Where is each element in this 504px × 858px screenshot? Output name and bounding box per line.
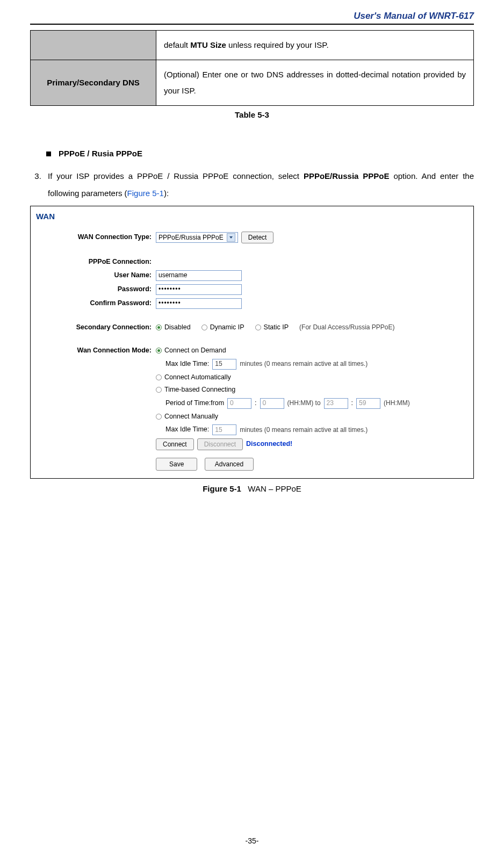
opt-manual: Connect Manually <box>164 412 218 422</box>
label-secondary: Secondary Connection: <box>36 323 156 333</box>
time-to-h[interactable]: 23 <box>324 398 348 409</box>
opt-on-demand: Connect on Demand <box>164 346 226 356</box>
time-from-h[interactable]: 0 <box>227 398 251 409</box>
time-to-m[interactable]: 59 <box>356 398 380 409</box>
detect-button[interactable]: Detect <box>241 232 274 243</box>
idle-label1: Max Idle Time: <box>165 359 209 369</box>
disconnect-button[interactable]: Disconnect <box>197 438 243 450</box>
label-confirm: Confirm Password: <box>36 299 156 308</box>
th-dns: Primary/Secondary DNS <box>31 60 156 106</box>
opt-time: Time-based Connecting <box>164 385 235 395</box>
th-mtu <box>31 31 156 60</box>
radio-static[interactable] <box>255 325 261 330</box>
figure-caption: Figure 5-1 WAN – PPPoE <box>30 484 474 493</box>
label-password: Password: <box>36 285 156 294</box>
radio-manual[interactable] <box>156 414 162 420</box>
td-bold: MTU Size <box>190 40 226 49</box>
conn-type-select[interactable]: PPPoE/Russia PPPoE <box>156 232 238 243</box>
bullet-icon <box>46 152 51 156</box>
idle-suffix2: minutes (0 means remain active at all ti… <box>240 426 368 435</box>
radio-time[interactable] <box>156 387 162 393</box>
chevron-down-icon <box>227 233 235 242</box>
wan-title: WAN <box>36 211 468 222</box>
idle-time-input-2[interactable]: 15 <box>212 424 236 435</box>
save-button[interactable]: Save <box>156 458 197 471</box>
period-prefix: Period of Time:from <box>165 399 224 408</box>
radio-dynamic[interactable] <box>201 325 207 330</box>
parameter-table: default MTU Size unless required by your… <box>30 30 474 106</box>
figure-caption-text: WAN – PPPoE <box>248 484 301 493</box>
connect-button[interactable]: Connect <box>156 438 194 450</box>
step-text3: ): <box>164 189 169 198</box>
section-heading: PPPoE / Rusia PPPoE <box>46 149 474 158</box>
step-item: If your ISP provides a PPPoE / Russia PP… <box>44 168 474 201</box>
page-number: -35- <box>0 837 504 845</box>
td-text: default <box>164 40 190 49</box>
hhmm: (HH:MM) <box>384 399 410 408</box>
figure-caption-bold: Figure 5-1 <box>203 484 241 493</box>
advanced-button[interactable]: Advanced <box>205 458 254 471</box>
password-input[interactable]: •••••••• <box>156 284 242 295</box>
step-text: If your ISP provides a PPPoE / Russia PP… <box>48 171 304 181</box>
figure-ref-link[interactable]: Figure 5-1 <box>127 189 164 198</box>
confirm-password-input[interactable]: •••••••• <box>156 298 242 309</box>
section-title: PPPoE / Rusia PPPoE <box>59 149 142 158</box>
time-from-m[interactable]: 0 <box>260 398 284 409</box>
radio-on-demand[interactable] <box>156 348 162 354</box>
td-mtu: default MTU Size unless required by your… <box>156 31 474 60</box>
table-row: Primary/Secondary DNS (Optional) Enter o… <box>31 60 474 106</box>
secondary-note: (For Dual Access/Russia PPPoE) <box>299 323 394 332</box>
opt-dynamic: Dynamic IP <box>210 323 244 333</box>
label-mode: Wan Connection Mode: <box>36 346 156 356</box>
conn-type-value: PPPoE/Russia PPPoE <box>159 233 224 242</box>
connection-status: Disconnected! <box>246 439 292 449</box>
label-pppoe-conn: PPPoE Connection: <box>36 257 156 267</box>
hhmm-to: (HH:MM) to <box>287 399 321 408</box>
table-row: default MTU Size unless required by your… <box>31 31 474 60</box>
td-dns: (Optional) Enter one or two DNS addresse… <box>156 60 474 106</box>
opt-disabled: Disabled <box>164 323 191 333</box>
wan-figure: WAN WAN Connection Type: PPPoE/Russia PP… <box>30 206 474 479</box>
step-list: If your ISP provides a PPPoE / Russia PP… <box>30 168 474 201</box>
opt-auto: Connect Automatically <box>164 373 231 383</box>
idle-label2: Max Idle Time: <box>165 425 209 435</box>
doc-header: User's Manual of WNRT-617 <box>30 11 474 25</box>
idle-time-input-1[interactable]: 15 <box>212 359 236 370</box>
step-bold: PPPoE/Russia PPPoE <box>304 171 390 181</box>
opt-static: Static IP <box>264 323 289 333</box>
label-conn-type: WAN Connection Type: <box>36 233 156 242</box>
td-text2: unless required by your ISP. <box>226 40 329 49</box>
table-caption: Table 5-3 <box>30 110 474 119</box>
radio-auto[interactable] <box>156 374 162 380</box>
radio-disabled[interactable] <box>156 325 162 330</box>
username-input[interactable]: username <box>156 270 242 281</box>
label-username: User Name: <box>36 271 156 280</box>
idle-suffix1: minutes (0 means remain active at all ti… <box>240 359 368 369</box>
